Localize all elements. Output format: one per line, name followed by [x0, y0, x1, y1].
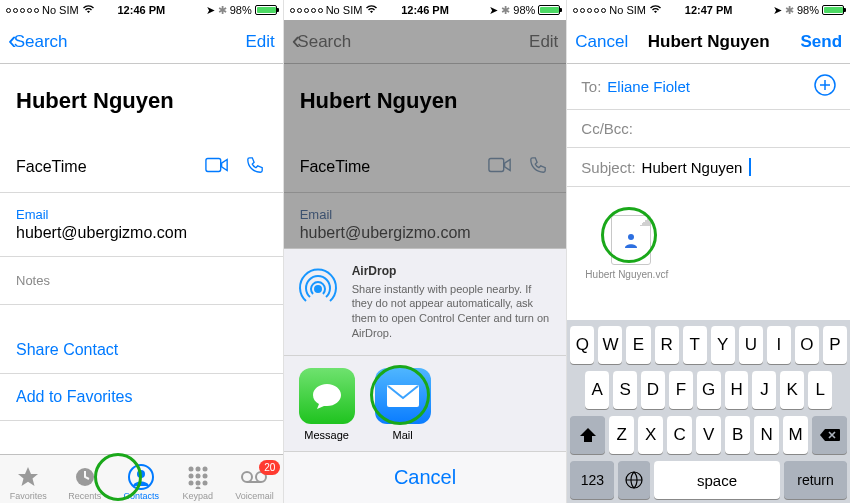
- key-i[interactable]: I: [767, 326, 791, 364]
- modal-dim[interactable]: [284, 20, 567, 273]
- share-label: Mail: [372, 429, 434, 441]
- svg-point-4: [188, 467, 193, 472]
- key-f[interactable]: F: [669, 371, 693, 409]
- to-label: To:: [581, 78, 601, 95]
- to-field[interactable]: To: Eliane Fiolet: [567, 64, 850, 110]
- key-m[interactable]: M: [783, 416, 808, 454]
- contact-name: Hubert Nguyen: [0, 64, 283, 142]
- wifi-icon: [82, 4, 95, 16]
- chevron-left-icon: ‹: [8, 25, 17, 56]
- key-numbers[interactable]: 123: [570, 461, 614, 499]
- status-bar: No SIM 12:46 PM ➤ ✱ 98%: [0, 0, 283, 20]
- email-value: hubert@ubergizmo.com: [16, 224, 187, 241]
- tab-label: Recents: [57, 491, 113, 501]
- contact-icon: [113, 463, 169, 491]
- key-v[interactable]: V: [696, 416, 721, 454]
- edit-button[interactable]: Edit: [245, 32, 274, 52]
- key-o[interactable]: O: [795, 326, 819, 364]
- tab-recents[interactable]: Recents: [57, 463, 113, 501]
- key-backspace[interactable]: [812, 416, 847, 454]
- airdrop-row[interactable]: AirDrop Share instantly with people near…: [284, 249, 567, 356]
- svg-point-5: [195, 467, 200, 472]
- battery-icon: [822, 5, 844, 15]
- key-j[interactable]: J: [752, 371, 776, 409]
- message-body[interactable]: Hubert Nguyen.vcf: [567, 187, 850, 317]
- tab-label: Voicemail: [226, 491, 282, 501]
- tab-voicemail[interactable]: 20 Voicemail: [226, 463, 282, 501]
- share-mail-button[interactable]: Mail: [372, 368, 434, 441]
- vcf-attachment[interactable]: Hubert Nguyen.vcf: [607, 215, 655, 280]
- email-label: Email: [16, 207, 267, 222]
- key-r[interactable]: R: [655, 326, 679, 364]
- tab-contacts[interactable]: Contacts: [113, 463, 169, 501]
- key-space[interactable]: space: [654, 461, 780, 499]
- key-shift[interactable]: [570, 416, 605, 454]
- section-gap: [0, 305, 283, 327]
- location-icon: ➤: [489, 4, 498, 17]
- cc-label: Cc/Bcc:: [581, 120, 633, 137]
- key-s[interactable]: S: [613, 371, 637, 409]
- key-u[interactable]: U: [739, 326, 763, 364]
- key-h[interactable]: H: [725, 371, 749, 409]
- key-n[interactable]: N: [754, 416, 779, 454]
- facetime-label: FaceTime: [16, 158, 87, 176]
- svg-point-18: [315, 286, 321, 292]
- notes-row[interactable]: Notes: [0, 257, 283, 305]
- subject-value: Hubert Nguyen: [642, 159, 743, 176]
- screen-share-sheet: No SIM 12:46 PM ➤ ✱ 98% ‹ Search Edit Hu…: [284, 0, 567, 503]
- screen-mail-compose: No SIM 12:47 PM ➤ ✱ 98% Cancel Hubert Ng…: [567, 0, 850, 503]
- voicemail-badge: 20: [259, 460, 280, 475]
- cancel-button[interactable]: Cancel: [575, 32, 628, 52]
- bluetooth-icon: ✱: [785, 4, 794, 17]
- key-t[interactable]: T: [683, 326, 707, 364]
- cc-bcc-field[interactable]: Cc/Bcc:: [567, 110, 850, 148]
- key-d[interactable]: D: [641, 371, 665, 409]
- mail-icon: [375, 368, 431, 424]
- status-bar: No SIM 12:46 PM ➤ ✱ 98%: [284, 0, 567, 20]
- subject-field[interactable]: Subject: Hubert Nguyen: [567, 148, 850, 187]
- battery-icon: [538, 5, 560, 15]
- tab-bar: Favorites Recents Contacts Keypad 20 Voi…: [0, 454, 283, 503]
- key-b[interactable]: B: [725, 416, 750, 454]
- svg-rect-0: [206, 159, 221, 172]
- keypad-icon: [170, 463, 226, 491]
- airdrop-icon: [296, 263, 340, 311]
- tab-favorites[interactable]: Favorites: [0, 463, 56, 501]
- key-l[interactable]: L: [808, 371, 832, 409]
- add-to-favorites-button[interactable]: Add to Favorites: [0, 374, 283, 421]
- tab-keypad[interactable]: Keypad: [170, 463, 226, 501]
- to-value: Eliane Fiolet: [607, 78, 690, 95]
- location-icon: ➤: [773, 4, 782, 17]
- status-bar: No SIM 12:47 PM ➤ ✱ 98%: [567, 0, 850, 20]
- email-row[interactable]: Email hubert@ubergizmo.com: [0, 193, 283, 257]
- key-p[interactable]: P: [823, 326, 847, 364]
- svg-point-14: [242, 472, 252, 482]
- svg-point-13: [195, 487, 200, 490]
- key-z[interactable]: Z: [609, 416, 634, 454]
- key-return[interactable]: return: [784, 461, 847, 499]
- key-g[interactable]: G: [697, 371, 721, 409]
- share-contact-button[interactable]: Share Contact: [0, 327, 283, 374]
- key-q[interactable]: Q: [570, 326, 594, 364]
- signal-dots-icon: [6, 8, 39, 13]
- send-button[interactable]: Send: [800, 32, 842, 52]
- key-w[interactable]: W: [598, 326, 622, 364]
- wifi-icon: [649, 4, 662, 16]
- facetime-audio-button[interactable]: [243, 156, 267, 178]
- share-sheet: AirDrop Share instantly with people near…: [284, 248, 567, 503]
- key-k[interactable]: K: [780, 371, 804, 409]
- add-recipient-button[interactable]: [814, 74, 836, 99]
- keyboard: Q W E R T Y U I O P A S D F G H J K L Z …: [567, 320, 850, 503]
- key-c[interactable]: C: [667, 416, 692, 454]
- back-button[interactable]: ‹ Search: [8, 26, 68, 57]
- key-a[interactable]: A: [585, 371, 609, 409]
- key-globe[interactable]: [618, 461, 650, 499]
- text-cursor: [749, 158, 751, 176]
- facetime-video-button[interactable]: [205, 156, 229, 178]
- cancel-button[interactable]: Cancel: [284, 451, 567, 503]
- share-message-button[interactable]: Message: [296, 368, 358, 441]
- key-x[interactable]: X: [638, 416, 663, 454]
- key-e[interactable]: E: [626, 326, 650, 364]
- tab-label: Contacts: [113, 491, 169, 501]
- key-y[interactable]: Y: [711, 326, 735, 364]
